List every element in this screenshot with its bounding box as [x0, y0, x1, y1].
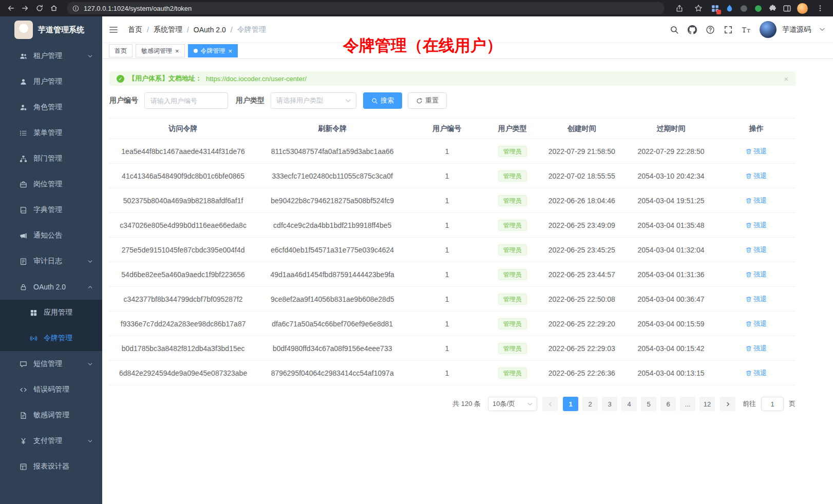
force-logout-button[interactable]: 强退: [746, 245, 767, 255]
sidebar-item-oauth2[interactable]: OAuth 2.0: [0, 274, 102, 300]
access-token-cell: 41c41346a548490f9dc8b01c6bfe0865: [109, 164, 257, 188]
sidebar-item-token-management[interactable]: 令牌管理: [0, 325, 102, 351]
expire-time-cell: 2054-03-04 01:32:04: [624, 238, 717, 262]
browser-menu-icon[interactable]: [813, 2, 827, 15]
doc-link[interactable]: https://doc.iocoder.cn/user-center/: [206, 75, 307, 83]
url-text: 127.0.0.1:1024/system/oauth2/token: [84, 5, 192, 12]
sidebar-item-label: 岗位管理: [33, 180, 62, 189]
force-logout-button[interactable]: 强退: [746, 344, 767, 353]
extension-drop-icon[interactable]: [725, 4, 734, 13]
github-icon[interactable]: [688, 25, 697, 34]
pagination: 共 120 条 10条/页 123456...12 前往 页: [109, 397, 796, 411]
sidebar-item-pay-management[interactable]: 支付管理: [0, 428, 102, 454]
font-size-icon[interactable]: [742, 25, 751, 34]
sidebar-item-sms-management[interactable]: 短信管理: [0, 351, 102, 377]
active-tab-dot: [194, 49, 198, 53]
breadcrumb-item[interactable]: 首页: [128, 25, 142, 34]
close-tab-icon[interactable]: ×: [175, 48, 179, 54]
share-icon[interactable]: [673, 2, 686, 15]
sidebar-item-role-management[interactable]: 角色管理: [0, 94, 102, 120]
help-icon[interactable]: [706, 25, 715, 34]
page-button-3[interactable]: 3: [602, 397, 617, 411]
sidebar-item-notice-announcement[interactable]: 通知公告: [0, 223, 102, 248]
force-logout-button[interactable]: 强退: [746, 270, 767, 279]
page-button-4[interactable]: 4: [621, 397, 637, 411]
force-logout-button[interactable]: 强退: [746, 221, 767, 230]
force-logout-button[interactable]: 强退: [746, 196, 767, 205]
pages-ellipsis[interactable]: ...: [680, 397, 695, 411]
sidebar-item-dept-management[interactable]: 部门管理: [0, 146, 102, 171]
page-button-12[interactable]: 12: [699, 397, 715, 411]
sidebar-item-report-designer[interactable]: 报表设计器: [0, 454, 102, 479]
home-button[interactable]: [47, 2, 61, 15]
expire-time-cell: 2022-07-29 22:28:50: [624, 139, 717, 164]
search-button[interactable]: 搜索: [363, 92, 402, 109]
back-button[interactable]: [4, 2, 17, 15]
search-icon[interactable]: [670, 25, 679, 34]
trash-icon: [746, 272, 752, 278]
force-logout-button[interactable]: 强退: [746, 319, 767, 328]
sidebar-item-dict-management[interactable]: 字典管理: [0, 197, 102, 223]
page-button-6[interactable]: 6: [660, 397, 676, 411]
username[interactable]: 芋道源码: [782, 25, 811, 34]
book-icon: [20, 206, 27, 214]
force-logout-button[interactable]: 强退: [746, 171, 767, 181]
sidebar-item-error-code-management[interactable]: 错误码管理: [0, 377, 102, 402]
annotation-text: 令牌管理（在线用户）: [343, 35, 502, 56]
bookmark-star-icon[interactable]: [692, 2, 705, 15]
breadcrumb-item[interactable]: 系统管理: [154, 25, 182, 34]
alert-close-icon[interactable]: ×: [784, 74, 788, 83]
goto-page-input[interactable]: [761, 397, 784, 411]
extensions-puzzle-icon[interactable]: [768, 4, 777, 13]
app-logo-bar[interactable]: 芋道管理系统: [0, 16, 102, 43]
create-time-cell: 2022-06-26 18:04:46: [539, 188, 624, 213]
address-bar[interactable]: 127.0.0.1:1024/system/oauth2/token: [67, 2, 665, 14]
user-type-select[interactable]: 请选择用户类型: [271, 92, 356, 109]
sidebar-item-user-management[interactable]: 用户管理: [0, 69, 102, 94]
fullscreen-icon[interactable]: [724, 25, 733, 34]
close-tab-icon[interactable]: ×: [229, 48, 233, 54]
sidebar-item-sensitive-word-management[interactable]: 敏感词管理: [0, 402, 102, 428]
reload-button[interactable]: [33, 2, 46, 15]
browser-profile-avatar[interactable]: [797, 3, 808, 14]
force-logout-button[interactable]: 强退: [746, 295, 767, 304]
user-id-input[interactable]: [144, 92, 228, 109]
sidebar-item-label: 短信管理: [33, 359, 62, 369]
page-button-2[interactable]: 2: [582, 397, 598, 411]
user-type-tag: 管理员: [498, 195, 527, 206]
tab-sensitive-word-management[interactable]: 敏感词管理×: [136, 44, 185, 57]
tab-token-management[interactable]: 令牌管理×: [188, 44, 238, 57]
sidebar-item-label: 报表设计器: [33, 462, 69, 471]
expire-time-cell: 2054-03-04 01:31:36: [624, 262, 717, 287]
sidebar-item-tenant-management[interactable]: 租户管理: [0, 43, 102, 69]
user-avatar[interactable]: [760, 21, 777, 38]
sidebar-item-post-management[interactable]: 岗位管理: [0, 171, 102, 197]
site-info-icon[interactable]: [72, 5, 79, 12]
page-size-select[interactable]: 10条/页: [488, 397, 537, 411]
sidebar-toggle-icon[interactable]: [108, 25, 119, 35]
sidebar-item-menu-management[interactable]: 菜单管理: [0, 120, 102, 146]
user-id-cell: 1: [408, 213, 486, 238]
side-panel-icon[interactable]: [783, 4, 791, 13]
force-logout-button[interactable]: 强退: [746, 147, 767, 156]
next-page-button[interactable]: [720, 397, 735, 411]
trash-icon: [746, 296, 752, 302]
force-logout-button[interactable]: 强退: [746, 369, 767, 378]
reset-button[interactable]: 重置: [408, 92, 447, 109]
extension-badge: [716, 10, 721, 14]
sidebar-item-label: 字典管理: [33, 205, 62, 215]
breadcrumb-item[interactable]: OAuth 2.0: [194, 26, 226, 34]
prev-page-button[interactable]: [542, 397, 558, 411]
forward-button[interactable]: [18, 2, 32, 15]
sidebar-item-audit-log[interactable]: 审计日志: [0, 248, 102, 274]
page-button-1[interactable]: 1: [563, 397, 578, 411]
tab-home[interactable]: 首页: [109, 44, 132, 57]
app-window: 芋道管理系统 租户管理用户管理角色管理菜单管理部门管理岗位管理字典管理通知公告审…: [0, 16, 833, 504]
extension-green-circle-icon[interactable]: [754, 4, 763, 13]
page-button-5[interactable]: 5: [641, 397, 656, 411]
sidebar-item-app-management[interactable]: 应用管理: [0, 300, 102, 325]
breadcrumb-item[interactable]: 令牌管理: [237, 25, 266, 34]
chevron-down-icon: [87, 53, 93, 59]
extension-dark-circle-icon[interactable]: [740, 4, 748, 13]
extension-grid-icon[interactable]: [711, 4, 720, 13]
